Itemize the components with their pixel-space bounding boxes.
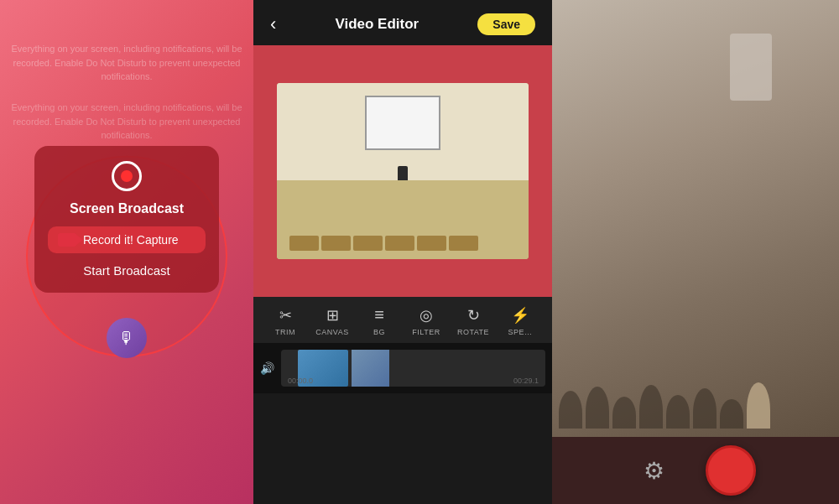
video-editor-title: Video Editor [335,16,419,33]
person-silhouette [559,391,582,429]
speaker-figure [730,34,772,101]
screen-broadcast-panel: Everything on your screen, including not… [0,0,253,504]
timeline-thumb-2 [352,350,389,387]
classroom-scene [277,83,529,259]
bg-label: BG [373,328,385,336]
person-silhouette [612,397,636,429]
bg-tool[interactable]: ≡ BG [356,305,403,336]
speed-icon: ⚡ [511,306,529,325]
lecture-bg [552,0,839,437]
video-editor-panel: ‹ Video Editor Save [253,0,552,504]
record-capture-icon [58,233,76,247]
desk [289,236,319,251]
speed-tool[interactable]: ⚡ SPE… [497,306,544,336]
broadcast-record-icon [112,161,142,191]
person-silhouette [666,395,690,429]
timeline-bar[interactable]: 00:00.0 00:29.1 [281,350,545,387]
mic-button[interactable]: 🎙 [107,318,147,358]
broadcast-card: Screen Broadcast Record it! Capture Star… [34,146,219,293]
bg-text-2: Everything on your screen, including not… [8,101,245,143]
rotate-icon: ↻ [467,306,480,325]
record-button[interactable] [706,445,756,496]
trim-label: TRIM [275,328,295,336]
settings-button[interactable]: ⚙ [635,452,672,489]
person-silhouette [586,387,609,429]
video-preview-area [253,45,552,297]
canvas-tool[interactable]: ⊞ CANVAS [309,306,356,336]
desk [417,236,446,251]
record-capture-label: Record it! Capture [83,233,179,247]
bg-text-1: Everything on your screen, including not… [8,42,245,84]
time-label-left: 00:00.0 [288,377,313,385]
desk [385,236,414,251]
bg-icon: ≡ [374,305,384,325]
volume-icon[interactable]: 🔊 [260,361,274,375]
person-silhouette [693,388,717,429]
desk [321,236,351,251]
video-editor-header: ‹ Video Editor Save [253,0,552,45]
classroom-image [277,83,529,259]
desk [449,236,478,251]
toolbar-icons: ✂ TRIM ⊞ CANVAS ≡ BG ◎ FILTER ↻ ROTATE ⚡… [253,305,552,336]
audience-row [552,378,839,429]
timeline-area: 🔊 00:00.0 00:29.1 [253,343,552,393]
rotate-tool[interactable]: ↻ ROTATE [450,306,497,336]
filter-icon: ◎ [420,306,433,325]
person-silhouette [747,382,770,429]
trim-tool[interactable]: ✂ TRIM [262,306,309,336]
settings-icon: ⚙ [644,457,664,485]
whiteboard [365,96,440,150]
mic-icon: 🎙 [118,329,135,348]
rotate-label: ROTATE [457,328,489,336]
camera-recording-panel: ⚙ [552,0,839,504]
speed-label: SPE… [508,328,532,336]
back-button[interactable]: ‹ [270,13,276,35]
filter-tool[interactable]: ◎ FILTER [403,306,450,336]
record-capture-button[interactable]: Record it! Capture [48,226,206,253]
desks-area [289,180,516,251]
lecture-scene [552,0,839,437]
save-button[interactable]: Save [477,13,535,35]
canvas-icon: ⊞ [326,306,339,325]
canvas-label: CANVAS [315,328,348,336]
filter-label: FILTER [412,328,440,336]
record-dot [121,170,133,182]
start-broadcast-button[interactable]: Start Broadcast [83,263,169,278]
lecture-image [552,0,839,437]
person-silhouette [720,399,743,429]
toolbar-area: ✂ TRIM ⊞ CANVAS ≡ BG ◎ FILTER ↻ ROTATE ⚡… [253,297,552,343]
person-silhouette [639,385,663,429]
broadcast-title: Screen Broadcast [70,201,184,216]
desk [353,236,383,251]
time-label-right: 00:29.1 [513,377,539,385]
trim-icon: ✂ [279,306,292,325]
controls-bar: ⚙ [552,437,839,504]
